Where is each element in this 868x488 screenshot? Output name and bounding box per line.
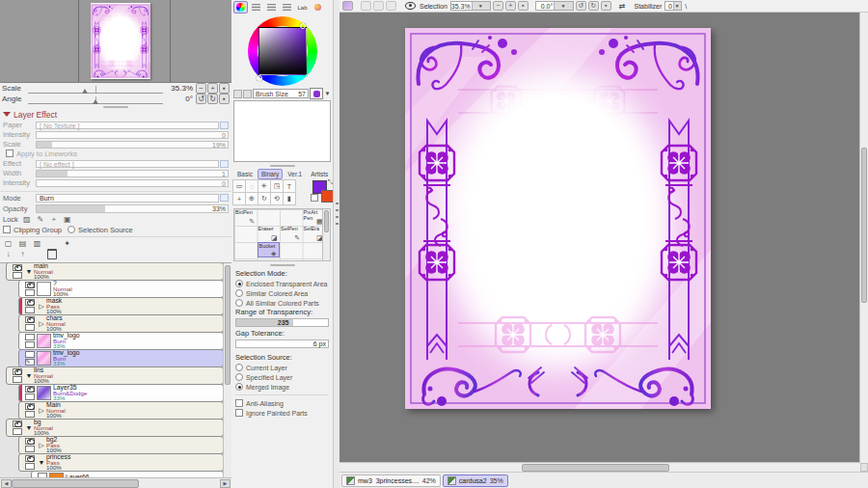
selection-mode-option[interactable]: All Similar Colored Parts xyxy=(235,298,329,308)
toolbar-button[interactable] xyxy=(386,1,396,11)
layer-extra-toggle[interactable] xyxy=(25,324,35,331)
folder-collapsed-icon[interactable]: ▷ xyxy=(37,442,46,449)
navigator[interactable] xyxy=(0,0,231,83)
layers-horizontal-scrollbar[interactable]: ◀ ▶ xyxy=(0,477,231,488)
canvas-horizontal-scrollbar[interactable] xyxy=(339,462,860,472)
zoom-dropdown-icon[interactable]: ▼ xyxy=(472,2,490,10)
layer-visibility-toggle[interactable] xyxy=(13,420,22,427)
radio-icon[interactable] xyxy=(235,364,243,371)
brush-size-dropdown-icon[interactable]: ▼ xyxy=(324,91,331,96)
layer-row[interactable]: ▷ mask Pass100% xyxy=(18,297,224,315)
scroll-left-arrow-icon[interactable]: ◀ xyxy=(1,479,12,488)
zoom-in-button[interactable]: + xyxy=(207,83,218,94)
opacity-slider[interactable]: 33% xyxy=(36,204,229,213)
folder-expanded-icon[interactable]: ▼ xyxy=(24,372,34,379)
intensity2-slider[interactable]: 0 xyxy=(36,179,229,187)
brush-tray[interactable] xyxy=(233,100,331,162)
layer-extra-toggle[interactable] xyxy=(13,428,22,435)
range-transparency-slider[interactable]: 235 xyxy=(235,318,329,327)
toolbar-button[interactable] xyxy=(361,1,371,11)
radio-icon[interactable] xyxy=(235,280,243,287)
zoom-field[interactable]: 35.3% ▼ xyxy=(450,1,491,11)
lock-transparency-icon[interactable]: ▨ xyxy=(22,215,32,224)
layer-thumbnail[interactable] xyxy=(37,386,51,400)
lock-pixels-icon[interactable]: ✎ xyxy=(36,215,45,224)
layer-visibility-toggle[interactable] xyxy=(25,386,35,393)
layer-extra-toggle[interactable] xyxy=(25,393,35,400)
transfer-layer-icon[interactable]: ✦ xyxy=(62,239,72,248)
layer-visibility-toggle[interactable] xyxy=(25,351,35,358)
mixer-slider-button[interactable] xyxy=(280,1,294,14)
color-wheel-button[interactable] xyxy=(233,1,248,14)
document-tab[interactable]: mw3_3princesses.... 42% xyxy=(341,474,441,487)
intensity-slider[interactable]: 0 xyxy=(36,131,229,139)
layer-row[interactable]: ▼ princess Pass100% xyxy=(18,453,224,472)
move-up-icon[interactable]: ↑ xyxy=(17,250,28,258)
tool-slot-eraser[interactable]: Eraser◪ xyxy=(258,226,280,241)
folder-expanded-icon[interactable]: ▼ xyxy=(24,424,34,431)
layer-visibility-toggle[interactable] xyxy=(25,403,35,410)
sv-picker-dot[interactable] xyxy=(300,23,306,29)
duplicate-layer-icon[interactable]: ▥ xyxy=(32,239,42,248)
folder-expanded-icon[interactable]: ▼ xyxy=(24,268,34,275)
radio-icon[interactable] xyxy=(235,373,243,381)
tool-slot-scrollbar[interactable] xyxy=(322,209,330,260)
selection-source-radio[interactable] xyxy=(68,226,75,233)
texture-scale-slider[interactable]: 19% xyxy=(36,141,229,149)
brush-size-decrease-button[interactable] xyxy=(233,90,242,98)
delete-layer-icon[interactable] xyxy=(47,249,57,259)
new-layer-icon[interactable]: ▢ xyxy=(3,239,14,248)
toolbar-button[interactable] xyxy=(373,1,384,11)
layer-row[interactable]: tmv_logo Burn33% xyxy=(18,332,224,350)
rotate-ccw-button[interactable]: ↺ xyxy=(196,94,206,104)
hsv-slider-button[interactable] xyxy=(264,1,279,14)
zoom-tool-icon[interactable]: ⊕ xyxy=(245,192,258,205)
navigator-thumbnail[interactable] xyxy=(91,3,150,79)
gap-tolerance-field[interactable]: 6 px xyxy=(235,339,329,348)
saturation-value-square[interactable] xyxy=(258,27,307,75)
canvas-document[interactable] xyxy=(405,28,711,409)
layer-extra-toggle[interactable] xyxy=(25,411,35,418)
selection-source-option[interactable]: Current Layer xyxy=(235,363,329,372)
reset-view-icon[interactable]: ⟲ xyxy=(270,192,284,205)
zoom-out-button[interactable]: − xyxy=(493,1,503,11)
brush-preview-swatch[interactable] xyxy=(310,88,323,99)
layer-row[interactable]: ▼ bg Normal100% xyxy=(6,419,224,437)
document-icon[interactable] xyxy=(342,1,353,11)
layer-extra-toggle[interactable] xyxy=(13,272,22,279)
layer-visibility-toggle[interactable] xyxy=(25,282,35,288)
zoom-reset-button[interactable]: ▪ xyxy=(219,83,230,94)
text-tool-icon[interactable]: T xyxy=(283,179,296,193)
option-ignore-painted-parts[interactable]: Ignore Painted Parts xyxy=(235,408,329,418)
layer-thumbnail[interactable] xyxy=(37,334,51,348)
rotate-ccw-button[interactable]: ↺ xyxy=(576,1,586,11)
folder-expanded-icon[interactable]: ▼ xyxy=(37,459,46,466)
brush-size-field[interactable]: Brush Size 57 xyxy=(253,89,309,98)
paper-dropdown[interactable]: [ No Texture ] xyxy=(36,122,219,129)
layer-row[interactable]: ▼ lins Normal100% xyxy=(6,366,224,385)
paper-browse-button[interactable] xyxy=(220,122,229,129)
zoom-reset-button[interactable]: ▪ xyxy=(518,1,529,11)
layer-row[interactable]: ▷ bg2 Pass100% xyxy=(18,436,224,454)
rotate-view-icon[interactable]: ↻ xyxy=(258,192,271,205)
rotate-cw-button[interactable]: ↻ xyxy=(207,94,218,104)
folder-collapsed-icon[interactable]: ▷ xyxy=(37,320,46,328)
angle-reset-button[interactable]: ▪ xyxy=(219,94,230,104)
angle-slider[interactable] xyxy=(28,95,163,104)
tool-slot-binpen[interactable]: BinPen✎ xyxy=(234,209,257,225)
layer-extra-toggle[interactable] xyxy=(25,341,35,348)
effect-dropdown[interactable]: [ No effect ] xyxy=(36,160,219,168)
select-rect-icon[interactable]: ▭ xyxy=(232,179,246,193)
zoom-in-button[interactable]: + xyxy=(505,1,516,11)
document-tab-selected[interactable]: cardusa2 35% xyxy=(443,474,508,487)
stabilizer-dropdown-icon[interactable]: ▼ xyxy=(673,2,682,10)
layer-extra-toggle[interactable] xyxy=(13,376,22,383)
selection-mode-option[interactable]: Enclosed Transparent Area xyxy=(235,279,329,288)
new-folder-icon[interactable]: ▤ xyxy=(17,239,28,248)
layer-thumbnail[interactable] xyxy=(37,282,51,296)
tab-binary[interactable]: Binary xyxy=(258,169,283,179)
scroll-right-arrow-icon[interactable]: ▶ xyxy=(220,479,231,488)
transparent-swatch[interactable] xyxy=(311,194,318,202)
flip-icon[interactable]: ⇄ xyxy=(619,2,626,11)
canvas-vertical-scrollbar[interactable] xyxy=(859,13,868,463)
